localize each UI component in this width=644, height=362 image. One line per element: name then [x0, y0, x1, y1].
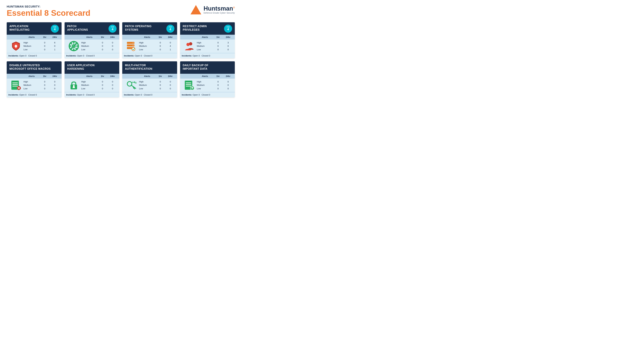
val-1hr-1: 0: [155, 44, 165, 48]
val-24hr-0: 0: [165, 41, 176, 44]
col-24hr: 24hr: [165, 75, 176, 77]
col-24hr: 24hr: [50, 36, 60, 38]
val-1hr-2: 0: [213, 87, 223, 90]
level-label-0: High: [81, 80, 98, 83]
svg-line-8: [70, 43, 72, 44]
card-header: DISABLE UNTRUSTEDMICROSOFT OFFICE MACROS: [7, 61, 62, 74]
svg-rect-45: [186, 86, 191, 86]
card-icon-cell: [66, 41, 81, 51]
card-title: PATCH OPERATINGSYSTEMS: [125, 25, 165, 32]
table-column-headers: Alerts 1hr 24hr: [7, 35, 62, 39]
table-column-headers: Alerts 1hr 24hr: [64, 35, 120, 39]
card-title: APPLICATIONWHITELISTING: [10, 25, 49, 32]
val-1hr-0: 0: [213, 41, 223, 44]
svg-rect-25: [12, 82, 18, 83]
svg-point-13: [71, 47, 72, 49]
val-24hr-2: 0: [108, 48, 118, 51]
val-1hr-1: 0: [40, 44, 50, 48]
col-1hr: 1hr: [40, 36, 50, 38]
scorecard-grid: APPLICATIONWHITELISTING TOP 4 Alerts 1hr…: [7, 22, 235, 97]
level-label-0: High: [81, 41, 98, 44]
val-24hr-0: 0: [165, 80, 176, 83]
table-body: High 0 0 Medium 0 0 Low 0 0: [64, 39, 120, 53]
level-label-2: Low: [197, 48, 213, 51]
val-1hr-1: 0: [155, 83, 165, 87]
card-disable-macros: DISABLE UNTRUSTEDMICROSOFT OFFICE MACROS…: [7, 61, 62, 97]
val-1hr-2: 0: [155, 48, 165, 51]
incidents-label: Incidents:: [8, 54, 18, 57]
val-24hr-2: 0: [223, 48, 233, 51]
lock-green-icon: [68, 80, 79, 90]
val-1hr-2: 0: [98, 87, 108, 90]
level-label-1: Medium: [24, 83, 40, 87]
table-body: High 0 3 Medium 0 0 Low 0 0: [180, 39, 235, 53]
top-badge: TOP 4: [224, 25, 232, 33]
table-column-headers: Alerts 1hr 24hr: [7, 74, 62, 79]
incidents-row: Incidents: Open 0 Closed 0: [122, 53, 177, 58]
card-header: PATCHAPPLICATIONS TOP 4: [64, 22, 120, 35]
table-column-headers: Alerts 1hr 24hr: [180, 74, 235, 79]
logo-triangle-icon: [190, 5, 201, 14]
table-body: High 0 0 Medium 0 0 Low 0 0: [64, 79, 120, 92]
level-label-0: High: [197, 41, 213, 44]
incidents-label: Incidents:: [182, 93, 192, 96]
col-1hr: 1hr: [98, 75, 108, 77]
level-label-0: High: [139, 80, 155, 83]
svg-line-9: [76, 48, 77, 49]
col-24hr: 24hr: [223, 36, 233, 38]
val-1hr-1: 0: [98, 83, 108, 87]
col-1hr: 1hr: [155, 36, 165, 38]
level-label-0: High: [197, 80, 213, 83]
col-24hr: 24hr: [223, 75, 233, 77]
svg-point-20: [133, 45, 134, 46]
val-24hr-1: 4: [165, 44, 176, 48]
card-patch-applications: PATCHAPPLICATIONS TOP 4 Alerts 1hr 24hr: [64, 22, 120, 58]
card-title: DISABLE UNTRUSTEDMICROSOFT OFFICE MACROS: [10, 64, 59, 71]
card-icon-cell: [182, 80, 197, 90]
card-title: DAILY BACKUP OFIMPORTANT DATA: [183, 64, 232, 71]
card-user-app-hardening: USER APPLICATIONHARDENING Alerts 1hr 24h…: [64, 61, 120, 97]
table-column-headers: Alerts 1hr 24hr: [180, 35, 235, 39]
val-24hr-0: 0: [50, 80, 60, 83]
level-label-2: Low: [81, 48, 98, 51]
val-24hr-2: 0: [165, 87, 176, 90]
card-icon-cell: [66, 80, 81, 90]
val-1hr-2: 0: [213, 48, 223, 51]
level-label-1: Medium: [139, 83, 155, 87]
incidents-label: Incidents:: [124, 93, 134, 96]
level-label-2: Low: [139, 87, 155, 90]
val-24hr-2: 0: [223, 87, 233, 90]
val-24hr-1: 0: [165, 83, 176, 87]
card-app-whitelisting: APPLICATIONWHITELISTING TOP 4 Alerts 1hr…: [7, 22, 62, 58]
col-alerts: Alerts: [139, 36, 155, 38]
logo-text: Huntsman® Defence-Grade Cyber Security: [204, 5, 235, 14]
card-title: RESTRICT ADMINPRIVILEGES: [183, 25, 222, 32]
col-24hr: 24hr: [108, 36, 118, 38]
card-daily-backup: DAILY BACKUP OFIMPORTANT DATA Alerts 1hr…: [180, 61, 235, 97]
card-restrict-admin: RESTRICT ADMINPRIVILEGES TOP 4 Alerts 1h…: [180, 22, 235, 58]
card-title: PATCHAPPLICATIONS: [67, 25, 107, 32]
val-24hr-1: 0: [108, 83, 118, 87]
svg-rect-44: [186, 84, 191, 85]
svg-rect-1: [14, 45, 17, 47]
top-badge: TOP 4: [108, 25, 116, 33]
level-label-1: Medium: [197, 44, 213, 48]
card-icon-cell: [124, 41, 139, 51]
table-body: High 0 0 Medium 0 0 Low 0 0: [180, 79, 235, 92]
level-label-0: High: [24, 41, 40, 44]
shield-red-icon: [11, 41, 21, 51]
level-label-1: Medium: [197, 83, 213, 87]
card-patch-os: PATCH OPERATINGSYSTEMS TOP 4 Alerts 1hr …: [122, 22, 177, 58]
table-body: High 0 6 Medium 0 0 Low 0 1: [7, 39, 62, 53]
level-label-1: Medium: [81, 44, 98, 48]
val-24hr-0: 0: [223, 80, 233, 83]
top-badge: TOP 4: [166, 25, 174, 33]
val-24hr-0: 0: [108, 80, 118, 83]
svg-rect-26: [12, 84, 18, 85]
val-1hr-2: 0: [155, 87, 165, 90]
val-1hr-1: 0: [40, 83, 50, 87]
val-24hr-1: 0: [223, 44, 233, 48]
col-1hr: 1hr: [213, 75, 223, 77]
val-1hr-1: 0: [213, 83, 223, 87]
incidents-label: Incidents:: [124, 54, 134, 57]
